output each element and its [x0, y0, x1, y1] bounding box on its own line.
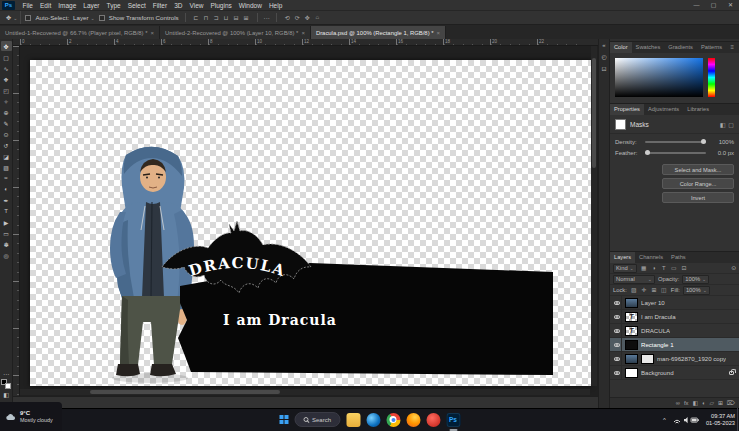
hand-tool[interactable]: ✽	[1, 239, 12, 249]
foreground-background-swatches[interactable]	[1, 379, 11, 389]
auto-select-dropdown[interactable]: Layer ⌄	[73, 14, 95, 21]
feather-value[interactable]: 0.0 px	[710, 150, 734, 156]
lock-position-icon[interactable]: ✛	[640, 287, 648, 293]
canvas[interactable]: DRACULA I am Dracula	[30, 60, 592, 386]
menu-item[interactable]: Select	[124, 2, 149, 9]
menu-item[interactable]: Image	[55, 2, 80, 9]
density-slider[interactable]	[645, 141, 706, 143]
lock-all-icon[interactable]: ◫	[660, 287, 668, 293]
layer-thumbnail[interactable]	[625, 368, 638, 378]
panel-tab[interactable]: Libraries	[683, 104, 713, 115]
layer-thumbnail[interactable]: T	[625, 312, 638, 322]
pen-tool[interactable]: ✒	[1, 195, 12, 205]
layer-row[interactable]: T I am Dracula	[610, 310, 739, 324]
layer-visibility-toggle[interactable]	[612, 296, 622, 309]
filter-shape-layers-icon[interactable]: ▭	[670, 265, 678, 271]
tray-status-icons[interactable]	[672, 415, 700, 424]
3d-rotate-icon[interactable]: ⟲	[283, 14, 292, 21]
layer-row[interactable]: Background	[610, 366, 739, 380]
file-explorer-icon[interactable]	[346, 413, 360, 427]
taskbar-clock[interactable]: 09:37 AM 01-05-2023	[706, 413, 735, 427]
document-tab[interactable]: Dracula.psd @ 100% (Rectangle 1, RGB/8) …	[311, 26, 446, 39]
close-tab-icon[interactable]: ×	[151, 30, 155, 36]
distribute-icon[interactable]: ⊞	[242, 14, 251, 21]
layer-visibility-toggle[interactable]	[612, 366, 622, 379]
collapse-panels-icon[interactable]: «	[602, 42, 605, 48]
filter-type-layers-icon[interactable]: T	[660, 265, 668, 271]
menu-item[interactable]: File	[19, 2, 36, 9]
opera-icon[interactable]	[426, 413, 440, 427]
layer-thumbnail[interactable]	[625, 354, 638, 364]
menu-item[interactable]: View	[186, 2, 207, 9]
add-vector-mask-icon[interactable]: ▢	[728, 121, 734, 128]
minimize-button[interactable]: —	[688, 0, 705, 10]
weather-widget[interactable]: 9°C Mostly cloudy	[0, 402, 62, 431]
select-and-mask-button[interactable]: Select and Mask...	[662, 164, 734, 175]
menu-item[interactable]: Edit	[36, 2, 54, 9]
move-tool[interactable]: ✥	[1, 41, 12, 51]
menu-item[interactable]: Window	[235, 2, 265, 9]
color-range-button[interactable]: Color Range...	[662, 178, 734, 189]
tray-chevron-icon[interactable]: ^	[663, 417, 666, 423]
path-selection-tool[interactable]: ▶	[1, 217, 12, 227]
horizontal-scrollbar[interactable]	[20, 389, 590, 395]
align-right-icon[interactable]: ⊐	[212, 14, 221, 21]
edge-icon[interactable]	[366, 413, 380, 427]
document-tab[interactable]: Untitled-2-Recovered @ 100% (Layer 10, R…	[160, 26, 311, 39]
3d-roll-icon[interactable]: ⟳	[293, 14, 302, 21]
layer-visibility-toggle[interactable]	[612, 352, 622, 365]
blend-mode-dropdown[interactable]: Normal ⌄	[613, 275, 655, 284]
layer-thumbnail[interactable]	[625, 340, 638, 350]
menu-item[interactable]: 3D	[171, 2, 186, 9]
panel-tab[interactable]: Color	[610, 42, 632, 53]
panel-tab[interactable]: Properties	[610, 104, 644, 115]
zoom-tool[interactable]: ◎	[1, 250, 12, 260]
close-tab-icon[interactable]: ×	[301, 30, 305, 36]
panel-tab[interactable]: Channels	[635, 252, 667, 263]
layer-mask-thumbnail[interactable]	[641, 354, 654, 364]
history-panel-icon[interactable]: ◴	[601, 53, 606, 60]
lock-transparency-icon[interactable]: ▨	[630, 287, 638, 293]
new-adjustment-layer-icon[interactable]: ◐	[702, 400, 706, 406]
marquee-tool[interactable]: ▢	[1, 52, 12, 62]
firefox-icon[interactable]	[406, 413, 420, 427]
panel-tab[interactable]: Paths	[667, 252, 690, 263]
filter-pixel-layers-icon[interactable]: ▦	[640, 265, 648, 271]
start-button[interactable]	[279, 415, 288, 424]
eyedropper-tool[interactable]: ✧	[1, 96, 12, 106]
panel-menu-icon[interactable]: ≡	[730, 42, 737, 53]
rectangle-tool[interactable]: ▭	[1, 228, 12, 238]
background-color-swatch[interactable]	[5, 383, 11, 389]
history-brush-tool[interactable]: ↺	[1, 140, 12, 150]
healing-brush-tool[interactable]: ⊕	[1, 107, 12, 117]
menu-item[interactable]: Help	[265, 2, 285, 9]
layer-thumbnail[interactable]: T	[625, 326, 638, 336]
document-tab[interactable]: Untitled-1-Recovered @ 66.7% (Player pix…	[0, 26, 160, 39]
align-middle-icon[interactable]: ⊟	[232, 14, 241, 21]
filter-switch-icon[interactable]: ⊙	[731, 265, 736, 271]
taskbar-search[interactable]: Search	[294, 412, 340, 427]
layer-filter-kind-dropdown[interactable]: Kind ⌄	[613, 264, 637, 273]
brush-tool[interactable]: ✎	[1, 118, 12, 128]
link-layers-icon[interactable]: ∞	[676, 400, 680, 406]
layer-visibility-toggle[interactable]	[612, 310, 622, 323]
opacity-dropdown[interactable]: 100% ⌄	[682, 275, 709, 284]
panel-tab[interactable]: Gradients	[664, 42, 697, 53]
add-pixel-mask-icon[interactable]: ◧	[720, 121, 726, 128]
align-top-icon[interactable]: ⊔	[222, 14, 231, 21]
close-tab-icon[interactable]: ×	[437, 30, 441, 36]
saturation-brightness-picker[interactable]	[615, 58, 703, 97]
dodge-tool[interactable]: ◐	[1, 184, 12, 194]
gradient-tool[interactable]: ▨	[1, 162, 12, 172]
layer-row[interactable]: Rectangle 1	[610, 338, 739, 352]
feather-slider[interactable]	[645, 152, 706, 154]
show-transform-checkbox[interactable]	[99, 15, 105, 21]
new-layer-icon[interactable]: ⊞	[718, 400, 723, 406]
lasso-tool[interactable]: ∿	[1, 63, 12, 73]
edit-toolbar-icon[interactable]: ⋯	[3, 370, 9, 377]
layer-row[interactable]: Layer 10	[610, 296, 739, 310]
object-selection-tool[interactable]: ❖	[1, 74, 12, 84]
panel-tab[interactable]: Layers	[610, 252, 635, 263]
fill-dropdown[interactable]: 100% ⌄	[683, 286, 710, 295]
clone-stamp-tool[interactable]: ⊙	[1, 129, 12, 139]
